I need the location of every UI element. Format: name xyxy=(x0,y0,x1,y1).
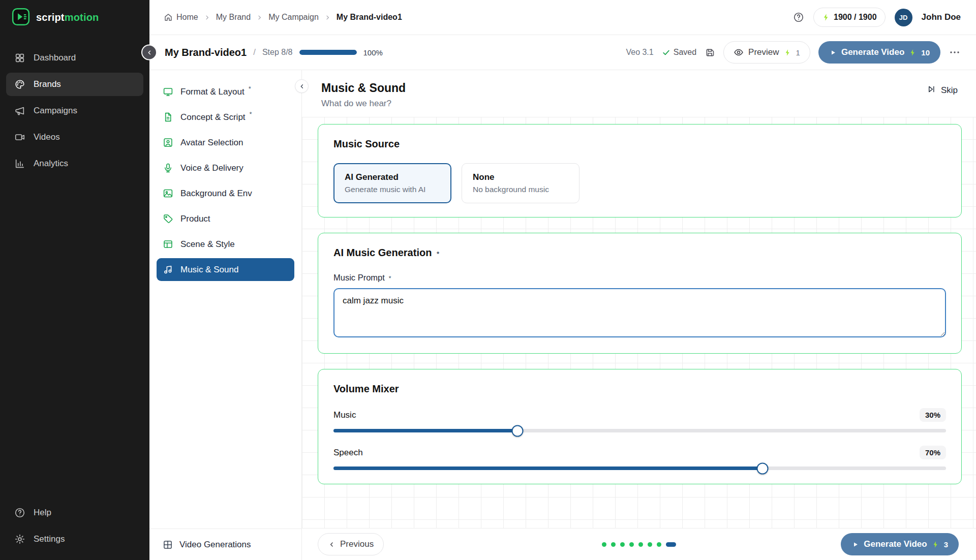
ellipsis-icon xyxy=(949,46,961,58)
speech-volume-slider[interactable] xyxy=(333,466,946,470)
breadcrumb-home[interactable]: Home xyxy=(164,13,198,22)
app-logo[interactable]: scriptmotion xyxy=(0,0,149,35)
sidebar-item-analytics[interactable]: Analytics xyxy=(6,152,143,175)
content-body: Music Source AI Generated Generate music… xyxy=(302,117,976,528)
breadcrumb-my-brand[interactable]: My Brand xyxy=(216,13,251,22)
step-item-background-env[interactable]: Background & Env xyxy=(157,182,294,205)
help-button[interactable] xyxy=(793,12,804,23)
chevron-right-icon xyxy=(203,14,211,21)
breadcrumb: Home My Brand My Campaign My Brand-video… xyxy=(164,13,402,22)
eye-icon xyxy=(734,47,744,57)
more-options-button[interactable] xyxy=(949,46,961,58)
generate-video-button[interactable]: Generate Video 10 xyxy=(818,41,940,64)
slider-thumb[interactable] xyxy=(511,425,523,437)
check-icon xyxy=(662,48,670,57)
help-icon xyxy=(14,507,25,518)
sidebar: scriptmotion Dashboard Brands Campaigns xyxy=(0,0,149,560)
analytics-icon xyxy=(14,158,25,169)
floppy-disk-icon xyxy=(705,47,715,58)
slider-thumb[interactable] xyxy=(756,462,768,474)
sidebar-item-campaigns[interactable]: Campaigns xyxy=(6,99,143,122)
sidebar-item-help[interactable]: Help xyxy=(6,501,143,524)
video-generations-button[interactable]: Video Generations xyxy=(149,528,301,560)
pagination-dot[interactable] xyxy=(629,542,634,547)
music-source-title: Music Source xyxy=(333,138,946,150)
bolt-icon xyxy=(784,49,791,56)
toolbar-right: Veo 3.1 Saved Preview 1 Generate Video xyxy=(626,41,961,64)
progress-fill xyxy=(299,50,357,55)
topbar-right: 1900 / 1900 JD John Doe xyxy=(793,8,961,27)
speech-volume-row: Speech 70% xyxy=(333,446,946,470)
pagination-dot-active[interactable] xyxy=(666,542,676,547)
sidebar-item-brands[interactable]: Brands xyxy=(6,73,143,96)
content-footer: Previous Generate Video 3 xyxy=(302,528,976,560)
breadcrumb-current: My Brand-video1 xyxy=(337,13,402,22)
bolt-icon xyxy=(822,13,830,21)
music-volume-row: Music 30% xyxy=(333,408,946,432)
step-item-product[interactable]: Product xyxy=(157,207,294,230)
pagination-dots xyxy=(602,542,676,547)
option-none[interactable]: None No background music xyxy=(462,163,580,203)
pagination-dot[interactable] xyxy=(657,542,661,547)
sidebar-item-settings[interactable]: Settings xyxy=(6,527,143,551)
sidebar-nav: Dashboard Brands Campaigns Videos xyxy=(0,35,149,175)
bolt-icon xyxy=(932,541,939,548)
gear-icon xyxy=(14,534,25,545)
chevron-left-icon xyxy=(298,83,306,90)
credits-badge[interactable]: 1900 / 1900 xyxy=(813,8,886,27)
megaphone-icon xyxy=(14,105,25,116)
step-item-voice-delivery[interactable]: Voice & Delivery xyxy=(157,157,294,179)
generate-cost-footer: 3 xyxy=(944,540,948,549)
step-item-format-layout[interactable]: Format & Layout* xyxy=(157,80,294,103)
step-item-music-sound[interactable]: Music & Sound xyxy=(157,258,294,281)
steps-panel: Format & Layout* Concept & Script* Avata… xyxy=(149,70,302,560)
music-prompt-label: Music Prompt * xyxy=(333,273,946,283)
volume-mixer-card: Volume Mixer Music 30% xyxy=(318,369,962,484)
breadcrumb-my-campaign[interactable]: My Campaign xyxy=(268,13,319,22)
main-column: Home My Brand My Campaign My Brand-video… xyxy=(149,0,976,560)
sidebar-item-dashboard[interactable]: Dashboard xyxy=(6,46,143,70)
skip-button[interactable]: Skip xyxy=(927,84,958,97)
chevron-left-icon xyxy=(146,49,153,56)
page-subtitle: What do we hear? xyxy=(321,99,406,109)
pagination-dot[interactable] xyxy=(638,542,643,547)
chevron-right-icon xyxy=(324,14,331,21)
user-name: John Doe xyxy=(922,12,961,22)
step-item-concept-script[interactable]: Concept & Script* xyxy=(157,106,294,129)
generate-video-button-footer[interactable]: Generate Video 3 xyxy=(841,533,959,555)
slider-fill xyxy=(333,429,517,432)
home-icon xyxy=(164,13,173,22)
music-volume-value: 30% xyxy=(920,408,946,422)
speech-volume-value: 70% xyxy=(920,446,946,459)
steps-collapse-button[interactable] xyxy=(295,79,309,93)
save-button[interactable] xyxy=(705,47,715,58)
pagination-dot[interactable] xyxy=(648,542,652,547)
music-volume-slider[interactable] xyxy=(333,429,946,432)
preview-button[interactable]: Preview 1 xyxy=(723,41,810,64)
sidebar-collapse-button[interactable] xyxy=(142,46,156,59)
chevron-left-icon xyxy=(328,541,336,548)
layout-icon xyxy=(163,239,173,250)
avatar[interactable]: JD xyxy=(895,9,912,26)
page-title: Music & Sound xyxy=(321,81,406,95)
pagination-dot[interactable] xyxy=(602,542,606,547)
step-item-scene-style[interactable]: Scene & Style xyxy=(157,233,294,256)
workspace: Format & Layout* Concept & Script* Avata… xyxy=(149,70,976,560)
sidebar-spacer xyxy=(0,175,149,501)
pagination-dot[interactable] xyxy=(611,542,616,547)
speech-volume-label: Speech xyxy=(333,448,363,458)
music-volume-label: Music xyxy=(333,410,356,420)
option-ai-generated[interactable]: AI Generated Generate music with AI xyxy=(333,163,451,203)
sidebar-footer: Help Settings xyxy=(0,501,149,560)
progress-percent: 100% xyxy=(363,48,383,57)
previous-button[interactable]: Previous xyxy=(318,533,384,555)
sidebar-item-videos[interactable]: Videos xyxy=(6,126,143,149)
pagination-dot[interactable] xyxy=(620,542,625,547)
sidebar-item-label: Help xyxy=(34,508,51,518)
generate-label: Generate Video xyxy=(841,47,904,57)
step-item-avatar-selection[interactable]: Avatar Selection xyxy=(157,131,294,154)
logo-icon xyxy=(11,7,30,28)
sidebar-item-label: Campaigns xyxy=(34,106,77,116)
title-separator: / xyxy=(253,47,256,57)
music-prompt-input[interactable]: calm jazz music xyxy=(333,288,946,337)
